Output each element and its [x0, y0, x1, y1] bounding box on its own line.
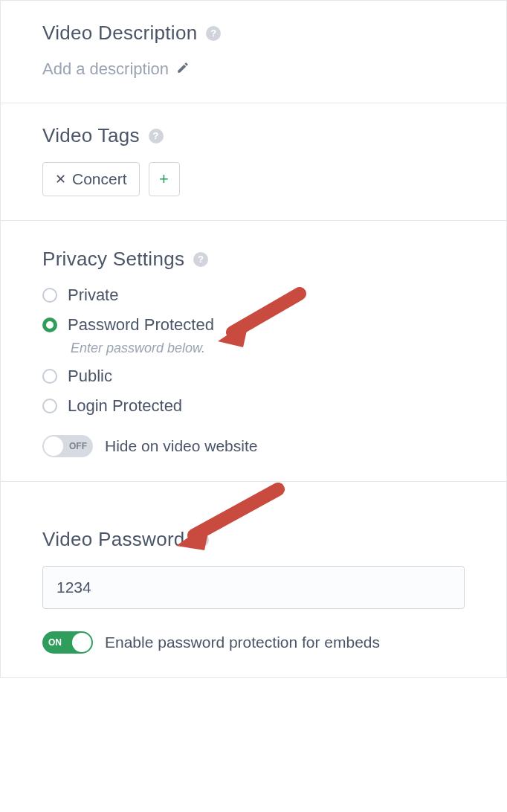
- video-password-title: Video Password ?: [42, 528, 465, 551]
- hide-on-website-label: Hide on video website: [105, 437, 257, 455]
- privacy-settings-section: Privacy Settings ? Private Password Prot…: [1, 221, 506, 482]
- privacy-settings-title: Privacy Settings ?: [42, 248, 465, 271]
- toggle-knob: [72, 633, 91, 652]
- embed-protection-row: ON Enable password protection for embeds: [42, 631, 465, 654]
- radio-icon: [42, 288, 57, 303]
- tag-label: Concert: [72, 170, 127, 188]
- help-icon[interactable]: ?: [194, 532, 209, 547]
- radio-icon: [42, 399, 57, 413]
- radio-icon: [42, 369, 57, 384]
- video-password-input[interactable]: [42, 566, 465, 609]
- radio-label: Password Protected: [68, 315, 214, 335]
- description-input[interactable]: Add a description: [42, 59, 465, 79]
- video-password-title-text: Video Password: [42, 528, 185, 551]
- toggle-state-text: ON: [48, 637, 62, 648]
- hide-on-website-toggle[interactable]: OFF: [42, 435, 93, 457]
- radio-icon: [42, 318, 57, 332]
- video-description-title: Video Description ?: [42, 22, 465, 45]
- help-icon[interactable]: ?: [149, 129, 164, 144]
- help-icon[interactable]: ?: [193, 252, 208, 267]
- video-tags-title: Video Tags ?: [42, 124, 465, 147]
- hide-on-website-row: OFF Hide on video website: [42, 435, 465, 457]
- privacy-radio-password-protected[interactable]: Password Protected: [42, 315, 465, 335]
- tags-row: ✕ Concert +: [42, 162, 465, 196]
- help-icon[interactable]: ?: [206, 26, 221, 41]
- privacy-radio-public[interactable]: Public: [42, 367, 465, 386]
- radio-label: Private: [68, 286, 118, 305]
- description-placeholder-text: Add a description: [42, 59, 169, 79]
- video-password-section: Video Password ? ON Enable password prot…: [1, 482, 506, 677]
- privacy-settings-title-text: Privacy Settings: [42, 248, 184, 271]
- tag-add-button[interactable]: +: [149, 162, 180, 196]
- video-tags-title-text: Video Tags: [42, 124, 140, 147]
- tag-remove-icon[interactable]: ✕: [55, 171, 66, 187]
- video-tags-section: Video Tags ? ✕ Concert +: [1, 103, 506, 221]
- video-description-section: Video Description ? Add a description: [1, 1, 506, 103]
- radio-label: Login Protected: [68, 396, 182, 416]
- toggle-knob: [44, 436, 63, 456]
- privacy-radio-private[interactable]: Private: [42, 286, 465, 305]
- video-description-title-text: Video Description: [42, 22, 197, 45]
- pencil-icon: [176, 59, 190, 79]
- embed-protection-label: Enable password protection for embeds: [105, 634, 380, 651]
- tag-item: ✕ Concert: [42, 162, 140, 196]
- password-hint-text: Enter password below.: [71, 341, 465, 356]
- privacy-radio-login-protected[interactable]: Login Protected: [42, 396, 465, 416]
- toggle-state-text: OFF: [69, 441, 87, 451]
- embed-protection-toggle[interactable]: ON: [42, 631, 93, 654]
- radio-label: Public: [68, 367, 112, 386]
